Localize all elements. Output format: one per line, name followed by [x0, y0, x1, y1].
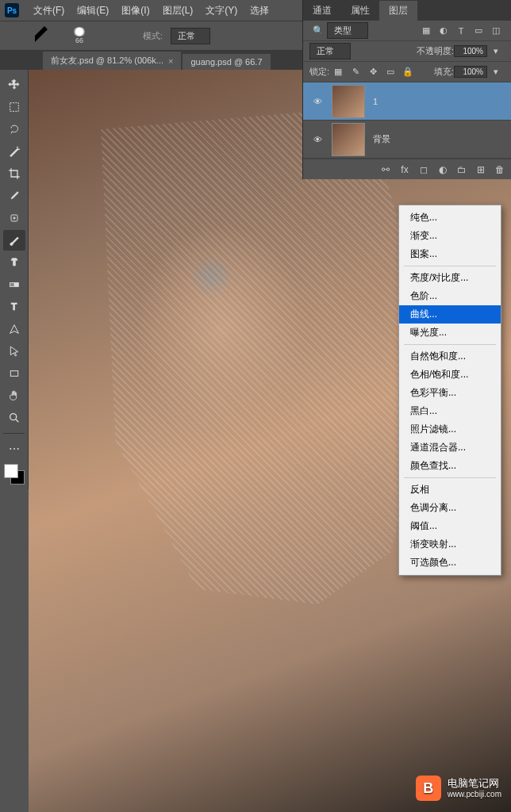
layer-filter-dropdown[interactable]: 类型	[327, 22, 368, 39]
document-tab[interactable]: guang.psd @ 66.7	[182, 54, 270, 70]
group-icon[interactable]: 🗀	[455, 163, 468, 176]
panel-tab-channels[interactable]: 通道	[303, 1, 341, 21]
ctx-posterize[interactable]: 色调分离...	[399, 499, 501, 517]
lock-fill-row: 锁定: ▦ ✎ ✥ ▭ 🔒 填充: 100% ▾	[303, 62, 511, 82]
ctx-pattern[interactable]: 图案...	[399, 245, 501, 263]
ctx-color-balance[interactable]: 色彩平衡...	[399, 384, 501, 402]
edit-toolbar[interactable]: ⋯	[3, 439, 25, 459]
menu-layer[interactable]: 图层(L)	[156, 4, 200, 17]
tools-panel: T ⋯	[0, 70, 29, 489]
layer-name[interactable]: 背景	[373, 133, 390, 145]
menu-image[interactable]: 图像(I)	[115, 4, 156, 17]
zoom-tool[interactable]	[3, 408, 25, 428]
layer-thumbnail[interactable]	[332, 85, 365, 118]
magic-wand-tool[interactable]	[3, 141, 25, 162]
layer-row[interactable]: 👁 背景	[303, 121, 511, 159]
panel-tab-layers[interactable]: 图层	[379, 1, 417, 21]
filter-shape-icon[interactable]: ▭	[471, 24, 486, 38]
ctx-curves[interactable]: 曲线...	[399, 305, 501, 324]
ctx-gradient[interactable]: 渐变...	[399, 227, 501, 245]
eyedropper-tool[interactable]	[3, 186, 25, 206]
layer-row[interactable]: 👁 1	[303, 82, 511, 121]
filter-adjust-icon[interactable]: ◐	[436, 24, 451, 38]
chevron-down-icon[interactable]: ▾	[489, 44, 503, 59]
clone-stamp-tool[interactable]	[3, 252, 25, 273]
ctx-solid-color[interactable]: 纯色...	[399, 209, 501, 227]
layer-thumbnail[interactable]	[332, 123, 365, 156]
layer-mask-icon[interactable]: ◻	[417, 163, 430, 176]
ctx-black-white[interactable]: 黑白...	[399, 402, 501, 420]
menu-text[interactable]: 文字(Y)	[199, 4, 244, 17]
delete-layer-icon[interactable]: 🗑	[494, 163, 506, 176]
link-layers-icon[interactable]: ⚯	[379, 163, 392, 176]
brush-tool[interactable]	[3, 230, 25, 251]
fill-label: 填充:	[434, 66, 454, 78]
layer-name[interactable]: 1	[373, 97, 378, 106]
color-swatches[interactable]	[4, 464, 25, 485]
lock-artboard-icon[interactable]: ▭	[383, 65, 398, 79]
tab-label: guang.psd @ 66.7	[190, 57, 262, 67]
visibility-eye-icon[interactable]: 👁	[309, 94, 325, 109]
ctx-channel-mixer[interactable]: 通道混合器...	[399, 439, 501, 457]
pen-tool[interactable]	[3, 319, 25, 339]
crop-tool[interactable]	[3, 163, 25, 184]
chevron-down-icon[interactable]: ▾	[489, 65, 503, 79]
svg-point-2	[17, 147, 17, 147]
adjustment-layer-icon[interactable]: ◐	[436, 163, 449, 176]
ctx-hue-sat[interactable]: 色相/饱和度...	[399, 366, 501, 384]
watermark-logo-icon: B	[416, 776, 441, 801]
document-tab[interactable]: 前女友.psd @ 81.2% (006k... ×	[43, 52, 181, 70]
brush-tool-icon[interactable]	[32, 26, 51, 45]
layer-fx-icon[interactable]: fx	[398, 163, 411, 176]
gradient-tool[interactable]	[3, 274, 25, 295]
ctx-threshold[interactable]: 阈值...	[399, 517, 501, 535]
fill-input[interactable]: 100%	[454, 66, 487, 78]
app-logo: Ps	[5, 3, 19, 17]
ctx-vibrance[interactable]: 自然饱和度...	[399, 347, 501, 366]
brush-panel-icon[interactable]	[110, 26, 129, 45]
adjustment-context-menu: 纯色... 渐变... 图案... 亮度/对比度... 色阶... 曲线... …	[398, 205, 501, 576]
filter-pixel-icon[interactable]: ▦	[419, 24, 433, 38]
blend-opacity-row: 正常 不透明度: 100% ▾	[303, 41, 511, 62]
blend-mode-dropdown[interactable]: 正常	[171, 28, 210, 44]
lock-all-icon[interactable]: 🔒	[401, 65, 415, 79]
ctx-selective-color[interactable]: 可选颜色...	[399, 553, 501, 572]
layer-blend-dropdown[interactable]: 正常	[309, 43, 351, 59]
move-tool[interactable]	[3, 75, 25, 95]
marquee-tool[interactable]	[3, 97, 25, 117]
ctx-gradient-map[interactable]: 渐变映射...	[399, 535, 501, 553]
opacity-input[interactable]: 100%	[454, 45, 487, 57]
panel-tab-properties[interactable]: 属性	[341, 1, 379, 21]
ctx-invert[interactable]: 反相	[399, 481, 501, 499]
rectangle-tool[interactable]	[3, 363, 25, 384]
lock-position-icon[interactable]: ✥	[366, 65, 380, 79]
menu-edit[interactable]: 编辑(E)	[71, 4, 115, 17]
filter-smart-icon[interactable]: ◫	[489, 24, 503, 38]
visibility-eye-icon[interactable]: 👁	[309, 132, 325, 147]
watermark-title: 电脑笔记网	[448, 777, 501, 790]
foreground-color-swatch[interactable]	[4, 464, 18, 478]
hand-tool[interactable]	[3, 385, 25, 406]
layers-list: 👁 1 👁 背景	[303, 82, 511, 159]
ctx-color-lookup[interactable]: 颜色查找...	[399, 457, 501, 475]
type-tool[interactable]: T	[3, 297, 25, 317]
home-icon[interactable]	[6, 26, 25, 45]
watermark-url: www.pcbiji.com	[448, 790, 501, 799]
brush-preview[interactable]: 66	[57, 27, 102, 44]
menu-file[interactable]: 文件(F)	[27, 4, 71, 17]
new-layer-icon[interactable]: ⊞	[474, 163, 487, 176]
search-icon[interactable]: 🔍	[311, 24, 325, 38]
filter-type-icon[interactable]: T	[454, 24, 468, 38]
lock-transparency-icon[interactable]: ▦	[331, 65, 345, 79]
ctx-photo-filter[interactable]: 照片滤镜...	[399, 420, 501, 439]
ctx-exposure[interactable]: 曝光度...	[399, 324, 501, 342]
ctx-levels[interactable]: 色阶...	[399, 287, 501, 305]
ctx-brightness[interactable]: 亮度/对比度...	[399, 269, 501, 287]
path-select-tool[interactable]	[3, 341, 25, 362]
menu-select[interactable]: 选择	[244, 4, 275, 17]
healing-brush-tool[interactable]	[3, 208, 25, 228]
brush-dot-icon	[72, 27, 86, 36]
lock-pixels-icon[interactable]: ✎	[348, 65, 363, 79]
lasso-tool[interactable]	[3, 119, 25, 140]
close-icon[interactable]: ×	[168, 56, 173, 66]
